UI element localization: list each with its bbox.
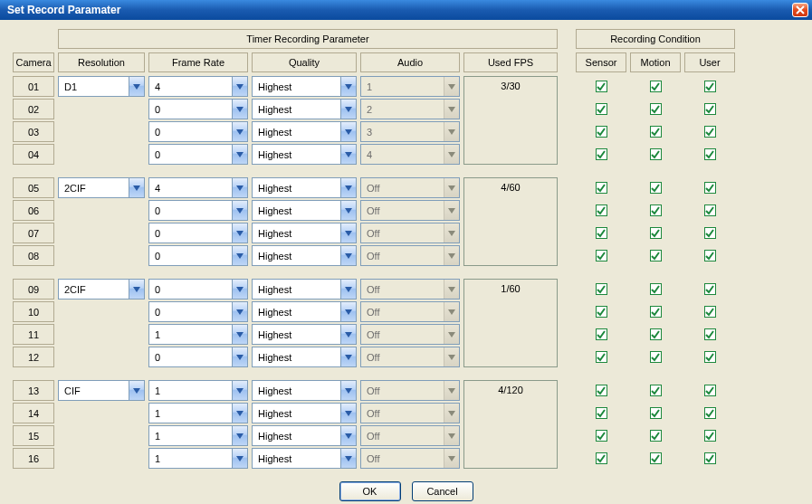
motion-checkbox[interactable] xyxy=(650,351,662,363)
user-checkbox[interactable] xyxy=(704,351,716,363)
cancel-button-label: Cancel xyxy=(426,486,457,497)
sensor-checkbox[interactable] xyxy=(596,81,607,92)
frame-rate-select-value: 0 xyxy=(149,100,232,119)
user-checkbox[interactable] xyxy=(704,103,716,115)
frame-rate-select[interactable]: 0 xyxy=(148,99,248,119)
resolution-select[interactable]: D1 xyxy=(58,76,145,97)
frame-rate-select[interactable]: 1 xyxy=(148,380,248,401)
chevron-down-icon xyxy=(444,280,459,299)
cancel-button[interactable]: Cancel xyxy=(412,481,473,501)
user-checkbox[interactable] xyxy=(704,385,716,396)
motion-checkbox[interactable] xyxy=(650,328,662,340)
quality-select[interactable]: Highest xyxy=(252,200,357,221)
user-checkbox[interactable] xyxy=(704,306,716,318)
sensor-checkbox[interactable] xyxy=(596,204,607,216)
frame-rate-select[interactable]: 0 xyxy=(148,121,248,142)
quality-select[interactable]: Highest xyxy=(252,380,357,401)
audio-select: Off xyxy=(360,279,460,300)
frame-rate-select[interactable]: 0 xyxy=(148,223,248,243)
motion-checkbox[interactable] xyxy=(650,452,662,464)
sensor-checkbox[interactable] xyxy=(596,306,607,318)
motion-checkbox[interactable] xyxy=(650,407,662,419)
quality-select[interactable]: Highest xyxy=(252,121,357,142)
user-checkbox[interactable] xyxy=(704,227,716,239)
sensor-checkbox[interactable] xyxy=(596,103,607,115)
frame-rate-select-value: 1 xyxy=(149,404,232,423)
user-checkbox-cell xyxy=(684,380,735,401)
motion-checkbox[interactable] xyxy=(650,385,662,396)
quality-select[interactable]: Highest xyxy=(252,448,357,469)
motion-checkbox[interactable] xyxy=(650,204,662,216)
motion-checkbox[interactable] xyxy=(650,103,662,115)
audio-select-value: Off xyxy=(361,449,444,468)
motion-checkbox[interactable] xyxy=(650,306,662,318)
sensor-checkbox[interactable] xyxy=(596,328,607,340)
motion-checkbox[interactable] xyxy=(650,148,662,160)
user-checkbox[interactable] xyxy=(704,250,716,262)
sensor-checkbox[interactable] xyxy=(596,182,607,194)
sensor-checkbox[interactable] xyxy=(596,148,607,160)
frame-rate-select[interactable]: 0 xyxy=(148,279,248,300)
sensor-checkbox[interactable] xyxy=(596,407,607,419)
chevron-down-icon xyxy=(232,223,247,242)
resolution-select[interactable]: 2CIF xyxy=(58,279,145,300)
quality-select[interactable]: Highest xyxy=(252,347,357,367)
user-checkbox[interactable] xyxy=(704,452,716,464)
user-checkbox[interactable] xyxy=(704,328,716,340)
quality-select[interactable]: Highest xyxy=(252,99,357,119)
motion-checkbox[interactable] xyxy=(650,227,662,239)
sensor-checkbox[interactable] xyxy=(596,452,607,464)
quality-select[interactable]: Highest xyxy=(252,301,357,322)
frame-rate-select[interactable]: 0 xyxy=(148,347,248,367)
motion-checkbox[interactable] xyxy=(650,126,662,138)
frame-rate-select[interactable]: 0 xyxy=(148,144,248,165)
frame-rate-select[interactable]: 4 xyxy=(148,76,248,97)
frame-rate-select[interactable]: 0 xyxy=(148,301,248,322)
close-button[interactable] xyxy=(792,3,808,17)
frame-rate-select[interactable]: 4 xyxy=(148,177,248,198)
sensor-checkbox[interactable] xyxy=(596,250,607,262)
motion-checkbox[interactable] xyxy=(650,430,662,442)
quality-select[interactable]: Highest xyxy=(252,223,357,243)
quality-select[interactable]: Highest xyxy=(252,76,357,97)
quality-select[interactable]: Highest xyxy=(252,144,357,165)
motion-checkbox[interactable] xyxy=(650,283,662,295)
chevron-down-icon xyxy=(340,77,356,96)
ok-button[interactable]: OK xyxy=(339,481,401,501)
quality-select[interactable]: Highest xyxy=(252,245,357,266)
quality-select[interactable]: Highest xyxy=(252,177,357,198)
frame-rate-select[interactable]: 1 xyxy=(148,324,248,345)
sensor-checkbox[interactable] xyxy=(596,385,607,396)
frame-rate-select[interactable]: 0 xyxy=(148,245,248,266)
resolution-select[interactable]: 2CIF xyxy=(58,177,145,198)
quality-select[interactable]: Highest xyxy=(252,279,357,300)
user-checkbox[interactable] xyxy=(704,126,716,138)
motion-checkbox[interactable] xyxy=(650,81,662,92)
user-checkbox[interactable] xyxy=(704,204,716,216)
user-checkbox[interactable] xyxy=(704,430,716,442)
frame-rate-select[interactable]: 0 xyxy=(148,200,248,221)
sensor-checkbox[interactable] xyxy=(596,126,607,138)
user-checkbox[interactable] xyxy=(704,148,716,160)
quality-select[interactable]: Highest xyxy=(252,324,357,345)
sensor-checkbox[interactable] xyxy=(596,283,607,295)
user-checkbox[interactable] xyxy=(704,182,716,194)
user-checkbox[interactable] xyxy=(704,407,716,419)
audio-select: Off xyxy=(360,223,460,243)
quality-select[interactable]: Highest xyxy=(252,403,357,423)
user-checkbox[interactable] xyxy=(704,283,716,295)
motion-checkbox[interactable] xyxy=(650,250,662,262)
frame-rate-select[interactable]: 1 xyxy=(148,425,248,446)
user-checkbox[interactable] xyxy=(704,81,716,92)
chevron-down-icon xyxy=(444,100,459,119)
resolution-select[interactable]: CIF xyxy=(58,380,145,401)
quality-select[interactable]: Highest xyxy=(252,425,357,446)
motion-checkbox-cell xyxy=(630,76,681,97)
audio-select-value: Off xyxy=(361,223,444,242)
sensor-checkbox[interactable] xyxy=(596,351,607,363)
frame-rate-select[interactable]: 1 xyxy=(148,403,248,423)
frame-rate-select[interactable]: 1 xyxy=(148,448,248,469)
motion-checkbox[interactable] xyxy=(650,182,662,194)
sensor-checkbox[interactable] xyxy=(596,430,607,442)
sensor-checkbox[interactable] xyxy=(596,227,607,239)
